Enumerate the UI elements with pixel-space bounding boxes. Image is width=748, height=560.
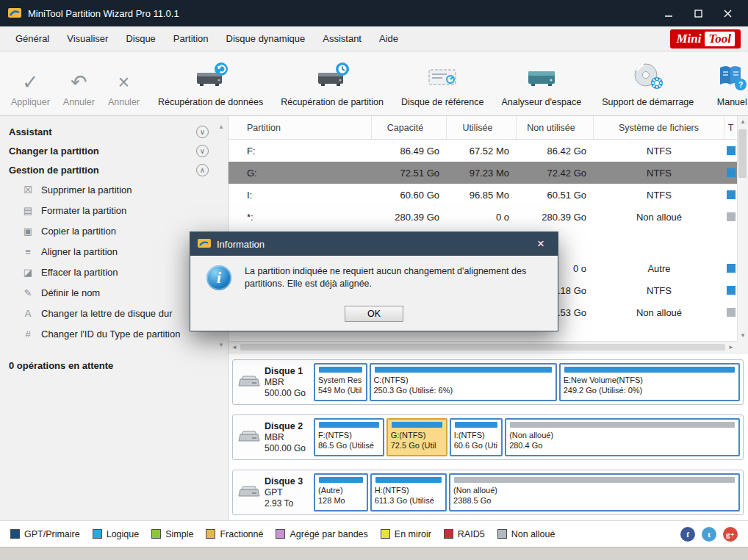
cell-used: 0 o: [447, 212, 517, 223]
chevron-down-icon[interactable]: ∨: [196, 145, 209, 157]
menu-visualiser[interactable]: Visualiser: [59, 29, 116, 49]
partition-usage-bar: [319, 422, 379, 428]
titlebar: MiniTool Partition Wizard Pro 11.0.1: [0, 0, 748, 26]
scroll-down-icon[interactable]: ▼: [740, 332, 746, 339]
discard-button[interactable]: × Annuler: [101, 54, 146, 113]
vertical-scroll-thumb[interactable]: [738, 129, 747, 178]
menu-assistant[interactable]: Assistant: [314, 29, 370, 49]
scroll-left-icon[interactable]: ◄: [231, 344, 237, 351]
facebook-icon[interactable]: f: [680, 527, 695, 542]
cell-filesystem: NTFS: [594, 285, 724, 296]
partition-block-unallocated[interactable]: (Non alloué) 280.4 Go: [505, 418, 740, 456]
chevron-up-icon[interactable]: ∧: [196, 164, 209, 176]
menu-disque-dynamique[interactable]: Disque dynamique: [218, 29, 314, 49]
disk-benchmark-button[interactable]: Disque de référence: [392, 54, 493, 113]
maximize-button[interactable]: [685, 4, 711, 23]
data-recovery-button[interactable]: Récupération de données: [149, 54, 272, 113]
manual-book-icon: ?: [714, 60, 748, 93]
partition-block-e[interactable]: E:New Volume(NTFS) 249.2 Go (Utilisé: 0%…: [559, 363, 740, 401]
app-window: MiniTool Partition Wizard Pro 11.0.1 Gén…: [0, 0, 748, 560]
scroll-up-icon[interactable]: ▲: [740, 118, 746, 125]
menu-disque[interactable]: Disque: [118, 29, 163, 49]
space-analyzer-button[interactable]: Analyseur d'espace: [492, 54, 590, 113]
column-header-partition[interactable]: Partition: [229, 116, 372, 139]
table-row-g-selected[interactable]: G: 72.51 Go 97.23 Mo 72.42 Go NTFS: [229, 162, 738, 184]
sidebar-section-gestion-partition[interactable]: Gestion de partition ∧: [0, 160, 228, 179]
cell-capacity: 60.60 Go: [372, 190, 447, 201]
cell-partition: F:: [229, 146, 372, 157]
twitter-icon[interactable]: t: [702, 527, 716, 542]
dialog-logo-icon: [198, 237, 211, 251]
partition-block-g-selected[interactable]: G:(NTFS) 72.5 Go (Util: [386, 418, 447, 456]
partition-block-system-reserved[interactable]: System Res 549 Mo (Util: [314, 363, 367, 401]
legend-color-swatch: [497, 529, 507, 539]
partition-block-i[interactable]: I:(NTFS) 60.6 Go (Uti: [450, 418, 503, 456]
close-button[interactable]: [714, 4, 741, 23]
dialog-titlebar[interactable]: Information ×: [190, 232, 558, 256]
chevron-down-icon[interactable]: ∨: [196, 126, 209, 138]
legend-item: Simple: [151, 529, 193, 539]
undo-arrow-icon: ↶: [71, 60, 87, 93]
partition-recovery-icon: [314, 60, 350, 93]
dialog-close-icon[interactable]: ×: [531, 237, 550, 251]
undo-button[interactable]: ↶ Annuler: [57, 54, 101, 113]
column-header-unused[interactable]: Non utilisée: [517, 116, 594, 139]
menu-partition[interactable]: Partition: [165, 29, 217, 49]
discard-x-icon: ×: [118, 60, 130, 93]
cell-unused: 280.39 Go: [517, 212, 594, 223]
partition-recovery-button[interactable]: Récupération de partition: [272, 54, 392, 113]
partition-block-c[interactable]: C:(NTFS) 250.3 Go (Utilisé: 6%): [370, 363, 557, 401]
partition-block-other[interactable]: (Autre) 128 Mo: [314, 473, 368, 511]
cell-filesystem: Non alloué: [594, 212, 724, 223]
horizontal-scrollbar[interactable]: ◄ ►: [229, 341, 737, 353]
legend-item: Logique: [93, 529, 140, 539]
legend-item: En miroir: [381, 529, 431, 539]
manual-button[interactable]: ? Manuel: [705, 54, 748, 113]
table-row-f[interactable]: F: 86.49 Go 67.52 Mo 86.42 Go NTFS: [229, 140, 738, 162]
dialog-title: Information: [217, 239, 265, 250]
partition-usage-bar: [392, 422, 442, 428]
table-row-unallocated[interactable]: *: 280.39 Go 0 o 280.39 Go Non alloué: [229, 206, 738, 228]
legend-color-swatch: [206, 529, 215, 539]
legend-item: Agrégé par bandes: [276, 529, 367, 539]
legend-item: GPT/Primaire: [10, 529, 80, 539]
cell-filesystem: Autre: [594, 263, 724, 274]
cell-unused: 86.42 Go: [517, 146, 594, 157]
cell-unused: 72.42 Go: [517, 168, 594, 179]
sidebar-item-delete-partition[interactable]: ☒ Supprimer la partition: [0, 179, 228, 200]
change-drive-letter-icon: A: [22, 308, 34, 319]
column-header-capacity[interactable]: Capacité: [372, 116, 447, 139]
sidebar-section-changer-partition[interactable]: Changer la partition ∨: [0, 141, 228, 160]
ok-button[interactable]: OK: [345, 306, 403, 322]
column-header-type[interactable]: T: [724, 116, 738, 139]
menu-general[interactable]: Général: [7, 29, 57, 49]
table-row-i[interactable]: I: 60.60 Go 96.85 Mo 60.51 Go NTFS: [229, 184, 738, 206]
scroll-right-icon[interactable]: ►: [728, 344, 734, 351]
menu-aide[interactable]: Aide: [371, 29, 406, 49]
sidebar-item-format-partition[interactable]: ▤ Formater la partition: [0, 200, 228, 220]
apply-button[interactable]: ✓ Appliquer: [4, 54, 57, 113]
partition-usage-bar: [375, 367, 552, 373]
change-type-id-icon: #: [22, 329, 34, 340]
delete-partition-icon: ☒: [22, 184, 34, 195]
scroll-up-icon[interactable]: ▲: [218, 123, 224, 130]
scroll-down-icon[interactable]: ▼: [218, 342, 224, 348]
partition-block-f[interactable]: F:(NTFS) 86.5 Go (Utilisé: [314, 418, 384, 456]
copy-partition-icon: ▣: [22, 226, 34, 237]
space-analyzer-icon: [524, 60, 559, 93]
google-plus-icon[interactable]: g+: [723, 527, 738, 542]
partition-block-unallocated[interactable]: (Non alloué) 2388.5 Go: [449, 473, 740, 511]
partition-block-h[interactable]: H:(NTFS) 611.3 Go (Utilisé: [370, 473, 447, 511]
minimize-button[interactable]: [655, 4, 682, 23]
format-partition-icon: ▤: [22, 205, 34, 216]
legend-color-swatch: [381, 529, 390, 539]
sidebar-section-assistant[interactable]: Assistant ∨: [0, 122, 228, 141]
disk-3-label: Disque 3 GPT 2.93 To: [236, 473, 311, 511]
set-label-icon: ✎: [22, 287, 34, 298]
bootable-media-button[interactable]: Support de démarrage: [593, 54, 702, 113]
column-header-filesystem[interactable]: Système de fichiers: [594, 116, 724, 139]
horizontal-scroll-thumb[interactable]: [240, 344, 725, 351]
partition-usage-bar: [375, 477, 442, 483]
column-header-used[interactable]: Utilisée: [447, 116, 517, 139]
apply-check-icon: ✓: [22, 60, 39, 93]
